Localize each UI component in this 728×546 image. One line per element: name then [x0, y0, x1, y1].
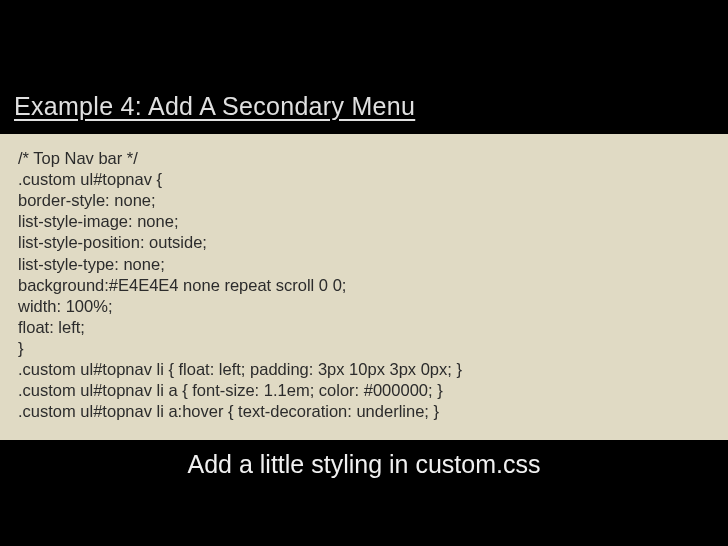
slide-title: Example 4: Add A Secondary Menu [14, 92, 415, 121]
code-line: .custom ul#topnav li a { font-size: 1.1e… [18, 380, 710, 401]
code-line: border-style: none; [18, 190, 710, 211]
code-line: list-style-image: none; [18, 211, 710, 232]
code-line: .custom ul#topnav li { float: left; padd… [18, 359, 710, 380]
code-line: background:#E4E4E4 none repeat scroll 0 … [18, 275, 710, 296]
code-line: /* Top Nav bar */ [18, 148, 710, 169]
code-line: float: left; [18, 317, 710, 338]
code-line: list-style-type: none; [18, 254, 710, 275]
slide-caption: Add a little styling in custom.css [0, 450, 728, 479]
code-line: } [18, 338, 710, 359]
code-line: .custom ul#topnav { [18, 169, 710, 190]
slide: Example 4: Add A Secondary Menu /* Top N… [0, 0, 728, 546]
code-line: width: 100%; [18, 296, 710, 317]
code-line: .custom ul#topnav li a:hover { text-deco… [18, 401, 710, 422]
code-panel: /* Top Nav bar */ .custom ul#topnav { bo… [0, 134, 728, 440]
code-line: list-style-position: outside; [18, 232, 710, 253]
